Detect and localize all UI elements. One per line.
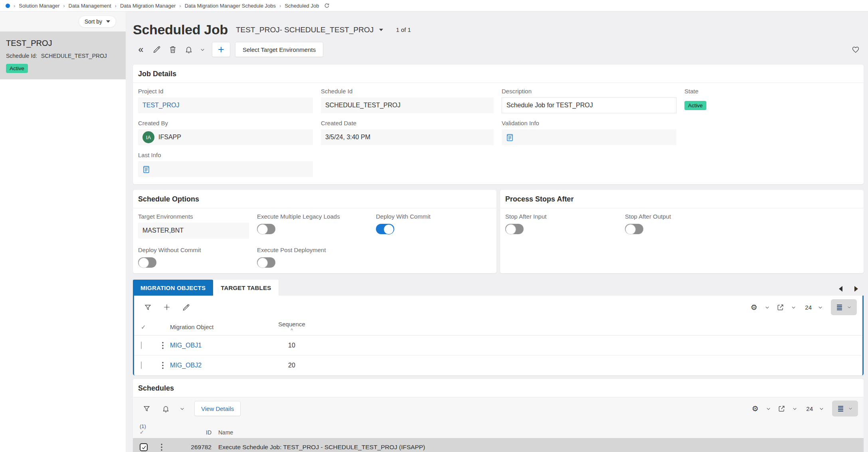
state-badge: Active xyxy=(684,101,706,110)
detail-tabs: MIGRATION OBJECTS TARGET TABLES xyxy=(133,280,864,296)
created-date-value: 3/5/24, 3:40 PM xyxy=(325,134,370,141)
notifications-dropdown[interactable] xyxy=(177,403,187,414)
execute-post-deployment-toggle[interactable] xyxy=(257,257,275,268)
table-settings-dropdown[interactable] xyxy=(762,301,772,313)
deploy-without-commit-toggle[interactable] xyxy=(138,257,156,268)
favorite-button[interactable] xyxy=(848,42,864,57)
new-record-button[interactable]: + xyxy=(212,42,230,57)
schedule-options-card: Schedule Options Target Environments MAS… xyxy=(133,190,496,273)
page-size-dropdown[interactable] xyxy=(815,301,825,313)
field-target-environments: Target Environments MASTER,BNT xyxy=(138,213,257,239)
column-migration-object[interactable]: Migration Object xyxy=(170,324,270,330)
export-button[interactable] xyxy=(775,300,786,314)
record-selector[interactable]: TEST_PROJ- SCHEDULE_TEST_PROJ xyxy=(236,26,383,34)
tabs-scroll-left-icon[interactable] xyxy=(839,286,842,292)
column-id[interactable]: ID xyxy=(169,429,212,436)
export-dropdown[interactable] xyxy=(788,301,799,313)
breadcrumb-separator: › xyxy=(279,3,281,9)
page-size-dropdown[interactable] xyxy=(816,403,826,414)
filter-button[interactable] xyxy=(140,300,156,314)
deploy-with-commit-toggle[interactable] xyxy=(376,224,394,234)
plus-icon xyxy=(163,303,171,311)
share-icon xyxy=(777,304,784,311)
chevron-down-icon xyxy=(792,406,797,411)
sidebar-record-card[interactable]: TEST_PROJ Schedule Id: SCHEDULE_TEST_PRO… xyxy=(0,32,126,79)
row-checkbox[interactable] xyxy=(141,341,142,349)
sequence-value: 20 xyxy=(270,362,314,369)
table-settings-button[interactable]: ⚙ xyxy=(749,401,761,416)
export-button[interactable] xyxy=(776,401,787,416)
row-menu-kebab-icon[interactable] xyxy=(155,342,170,349)
note-icon[interactable] xyxy=(142,165,150,174)
share-icon xyxy=(778,405,785,413)
table-row-selected[interactable]: 269782 Execute Schedule Job: TEST_PROJ -… xyxy=(133,438,864,452)
execute-multiple-legacy-loads-toggle[interactable] xyxy=(257,224,275,234)
field-schedule-id: Schedule Id SCHEDULE_TEST_PROJ xyxy=(321,88,502,113)
edit-rows-button[interactable] xyxy=(178,300,194,314)
select-target-environments-button[interactable]: Select Target Environments xyxy=(235,42,323,57)
field-deploy-with-commit: Deploy With Commit xyxy=(376,213,491,239)
delete-button[interactable] xyxy=(165,42,181,57)
double-chevron-left-icon: « xyxy=(138,45,144,54)
tab-migration-objects[interactable]: MIGRATION OBJECTS xyxy=(133,280,213,296)
notifications-button[interactable] xyxy=(158,401,174,416)
export-dropdown[interactable] xyxy=(789,403,800,414)
check-icon xyxy=(141,445,146,450)
table-settings-button[interactable]: ⚙ xyxy=(748,300,759,314)
avatar: IA xyxy=(142,131,154,143)
page-title: Scheduled Job xyxy=(133,22,228,38)
page-size-value: 24 xyxy=(801,304,813,311)
pencil-icon xyxy=(153,45,161,53)
table-row[interactable]: MIG_OBJ2 20 xyxy=(134,355,862,375)
view-mode-button[interactable] xyxy=(832,401,858,416)
field-stop-after-output: Stop After Output xyxy=(625,213,858,234)
select-all-check-icon[interactable]: ✓ xyxy=(140,429,154,436)
view-details-button[interactable]: View Details xyxy=(194,401,241,416)
note-icon[interactable] xyxy=(506,133,514,142)
row-checkbox[interactable] xyxy=(141,361,142,369)
tabs-scroll-right-icon[interactable] xyxy=(854,286,858,292)
schedules-card: Schedules View Details xyxy=(133,379,864,452)
schedule-name-value: Execute Schedule Job: TEST_PROJ - SCHEDU… xyxy=(212,444,864,451)
pencil-icon xyxy=(182,304,190,311)
sort-by-button[interactable]: Sort by xyxy=(79,16,116,28)
chevron-down-icon xyxy=(180,406,185,411)
row-checkbox-checked[interactable] xyxy=(140,443,148,451)
edit-button[interactable] xyxy=(149,42,165,57)
notifications-dropdown[interactable] xyxy=(197,42,208,57)
migration-object-link[interactable]: MIG_OBJ2 xyxy=(170,362,202,369)
table-settings-dropdown[interactable] xyxy=(763,403,773,414)
view-mode-button[interactable] xyxy=(831,299,857,315)
column-sequence[interactable]: Sequence ^ xyxy=(270,321,314,333)
stop-after-input-toggle[interactable] xyxy=(505,224,524,234)
chevron-down-icon xyxy=(379,29,383,31)
schedule-id-value: SCHEDULE_TEST_PROJ xyxy=(325,102,401,109)
select-all-check-icon[interactable]: ✓ xyxy=(134,324,155,331)
process-stops-after-card: Process Stops After Stop After Input Sto… xyxy=(500,190,864,273)
migration-object-link[interactable]: MIG_OBJ1 xyxy=(170,342,202,349)
description-input[interactable]: Schedule Job for TEST_PROJ xyxy=(502,97,676,113)
collapse-sidebar-button[interactable]: « xyxy=(133,42,149,57)
row-menu-kebab-icon[interactable] xyxy=(154,444,169,451)
field-created-by: Created By IA IFSAPP xyxy=(138,120,321,145)
column-name[interactable]: Name xyxy=(212,429,864,436)
gear-icon: ⚙ xyxy=(752,405,759,413)
filter-button[interactable] xyxy=(138,401,154,416)
add-row-button[interactable] xyxy=(159,300,175,314)
bell-icon xyxy=(162,405,170,413)
breadcrumb-separator: › xyxy=(115,3,117,9)
breadcrumb-bar: › Solution Manager › Data Management › D… xyxy=(0,0,868,12)
breadcrumb-solution-manager[interactable]: Solution Manager xyxy=(19,3,59,9)
table-row[interactable]: MIG_OBJ1 10 xyxy=(134,336,862,355)
refresh-icon[interactable] xyxy=(324,3,330,8)
breadcrumb-data-migration-manager[interactable]: Data Migration Manager xyxy=(120,3,176,9)
breadcrumb-data-management[interactable]: Data Management xyxy=(69,3,111,9)
breadcrumb-schedule-jobs[interactable]: Data Migration Manager Schedule Jobs xyxy=(185,3,276,9)
row-menu-kebab-icon[interactable] xyxy=(155,362,170,369)
project-id-link[interactable]: TEST_PROJ xyxy=(142,102,179,109)
tab-target-tables[interactable]: TARGET TABLES xyxy=(213,280,279,296)
breadcrumb-scheduled-job: Scheduled Job xyxy=(285,3,319,9)
notifications-button[interactable] xyxy=(181,42,197,57)
field-project-id: Project Id TEST_PROJ xyxy=(138,88,321,113)
stop-after-output-toggle[interactable] xyxy=(625,224,643,234)
